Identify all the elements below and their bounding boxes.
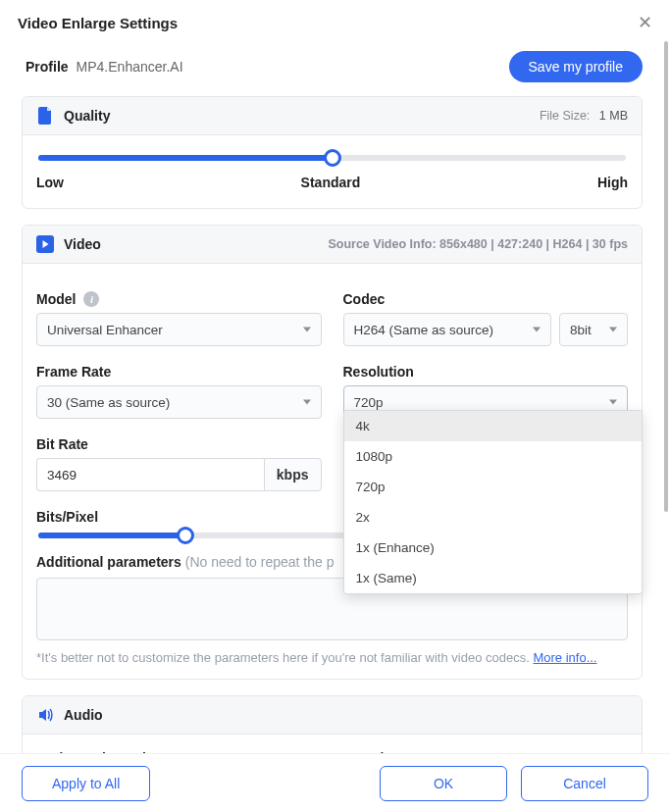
quality-standard-label: Standard bbox=[301, 175, 361, 190]
audio-body: Codec &Channel Sample Rate bbox=[23, 735, 642, 753]
cancel-button[interactable]: Cancel bbox=[521, 766, 648, 801]
resolution-label: Resolution bbox=[343, 364, 629, 380]
apply-to-all-button[interactable]: Apply to All bbox=[22, 766, 150, 801]
model-select[interactable]: Universal Enhancer bbox=[36, 313, 322, 346]
resolution-option[interactable]: 1x (Enhance) bbox=[344, 533, 643, 563]
file-icon bbox=[36, 107, 54, 125]
resolution-option[interactable]: 1080p bbox=[344, 441, 643, 472]
scroll-area: Profile MP4.Enhancer.AI Save my profile … bbox=[0, 41, 670, 753]
resolution-option[interactable]: 1x (Same) bbox=[344, 563, 643, 593]
video-section: Video Source Video Info: 856x480 | 427:2… bbox=[22, 225, 643, 680]
more-info-link[interactable]: More info... bbox=[533, 650, 596, 665]
play-icon bbox=[36, 235, 54, 253]
audio-title: Audio bbox=[64, 707, 103, 723]
chevron-down-icon bbox=[533, 328, 541, 332]
profile-name: MP4.Enhancer.AI bbox=[77, 59, 183, 75]
chevron-down-icon bbox=[303, 328, 311, 332]
speaker-icon bbox=[36, 706, 54, 724]
framerate-label: Frame Rate bbox=[36, 364, 322, 380]
scrollbar[interactable] bbox=[662, 41, 668, 753]
resolution-option[interactable]: 2x bbox=[344, 502, 643, 533]
quality-slider[interactable] bbox=[38, 155, 626, 161]
model-label: Model i bbox=[36, 291, 322, 307]
quality-title: Quality bbox=[64, 108, 110, 124]
video-title: Video bbox=[64, 236, 101, 252]
resolution-option[interactable]: 4k bbox=[344, 411, 643, 441]
info-icon[interactable]: i bbox=[83, 291, 99, 307]
chevron-down-icon bbox=[609, 400, 617, 405]
quality-labels: Low Standard High bbox=[36, 175, 628, 190]
close-icon[interactable]: ✕ bbox=[638, 12, 652, 33]
quality-body: Low Standard High bbox=[23, 135, 642, 208]
chevron-down-icon bbox=[609, 328, 617, 332]
chevron-down-icon bbox=[303, 400, 311, 405]
framerate-select[interactable]: 30 (Same as source) bbox=[36, 385, 322, 419]
dialog-footer: Apply to All OK Cancel bbox=[0, 753, 670, 812]
bitrate-input[interactable] bbox=[36, 458, 264, 491]
quality-low-label: Low bbox=[36, 175, 64, 190]
scrollbar-thumb[interactable] bbox=[664, 41, 668, 512]
file-size-label: File Size: bbox=[540, 109, 590, 123]
video-body: Model i Universal Enhancer Codec H264 (S… bbox=[23, 264, 642, 679]
dialog-title: Video Enlarge Settings bbox=[18, 15, 178, 31]
additional-params-hint: (No need to repeat the p bbox=[185, 554, 335, 570]
video-header: Video Source Video Info: 856x480 | 427:2… bbox=[23, 226, 642, 264]
quality-section: Quality File Size: 1 MB Low Standard Hig… bbox=[22, 96, 643, 209]
quality-high-label: High bbox=[597, 175, 628, 190]
resolution-dropdown: 4k 1080p 720p 2x 1x (Enhance) 1x (Same) bbox=[343, 410, 644, 594]
codec-note: *It's better not to customize the parame… bbox=[36, 650, 628, 665]
quality-slider-handle[interactable] bbox=[324, 149, 341, 167]
file-size: File Size: 1 MB bbox=[540, 109, 628, 123]
quality-header: Quality File Size: 1 MB bbox=[23, 97, 642, 135]
dialog-header: Video Enlarge Settings ✕ bbox=[0, 0, 670, 41]
source-video-info: Source Video Info: 856x480 | 427:240 | H… bbox=[328, 237, 628, 251]
codec-select[interactable]: H264 (Same as source) bbox=[343, 313, 552, 346]
bitrate-label: Bit Rate bbox=[36, 436, 322, 452]
codec-label: Codec bbox=[343, 291, 629, 307]
bitrate-unit: kbps bbox=[264, 458, 322, 491]
bitspixel-slider-handle[interactable] bbox=[177, 527, 194, 544]
save-profile-button[interactable]: Save my profile bbox=[509, 51, 643, 82]
profile-label: Profile bbox=[26, 59, 69, 75]
resolution-option[interactable]: 720p bbox=[344, 472, 643, 502]
bitdepth-select[interactable]: 8bit bbox=[559, 313, 628, 346]
audio-header: Audio bbox=[23, 696, 642, 735]
profile-row: Profile MP4.Enhancer.AI Save my profile bbox=[0, 41, 664, 96]
audio-section: Audio Codec &Channel Sample Rate bbox=[22, 695, 643, 753]
file-size-value: 1 MB bbox=[599, 109, 628, 123]
ok-button[interactable]: OK bbox=[380, 766, 507, 801]
